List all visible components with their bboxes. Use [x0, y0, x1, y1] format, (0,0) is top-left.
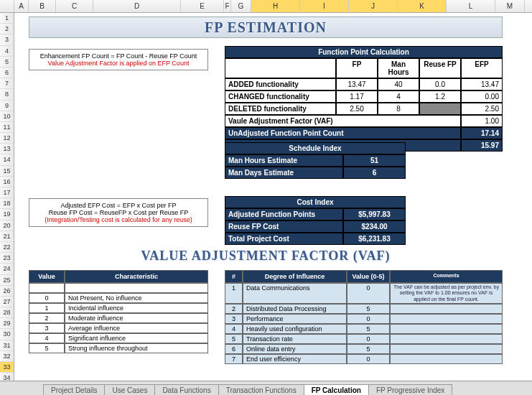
- row-num-26[interactable]: 26: [0, 286, 14, 297]
- tab-project-details[interactable]: Project Details: [43, 384, 105, 395]
- val-row-0: 0Not Present, No influence: [29, 293, 208, 303]
- doi-row-1: 2Distributed Data Processing5: [225, 304, 503, 314]
- col-header-J[interactable]: J: [349, 0, 398, 12]
- tab-use-cases[interactable]: Use Cases: [104, 384, 155, 395]
- row-num-27[interactable]: 27: [0, 297, 14, 307]
- row-num-7[interactable]: 7: [0, 78, 14, 89]
- row-num-21[interactable]: 21: [0, 231, 14, 242]
- row-num-17[interactable]: 17: [0, 187, 14, 198]
- page-title: FP ESTIMATION: [29, 17, 502, 37]
- value-characteristic-table: Value Characteristic 0Not Present, No in…: [29, 270, 208, 353]
- col-header-E[interactable]: E: [181, 0, 224, 12]
- row-num-1[interactable]: 1: [0, 13, 14, 24]
- doi-row-2: 3Performance0: [225, 314, 503, 324]
- row-num-28[interactable]: 28: [0, 307, 14, 318]
- schedule-row-1: Man Days Estimate6: [225, 167, 406, 179]
- cost-row-1: Reuse FP Cost$234.00: [225, 220, 406, 233]
- row-num-2[interactable]: 2: [0, 24, 14, 34]
- val-row-4: 4Significant influence: [29, 333, 208, 343]
- row-num-9[interactable]: 9: [0, 101, 14, 111]
- col-header-L[interactable]: L: [447, 0, 495, 12]
- row-num-31[interactable]: 31: [0, 340, 14, 351]
- schedule-row-0: Man Hours Estimate51: [225, 154, 406, 167]
- row-num-16[interactable]: 16: [0, 177, 14, 187]
- col-header-K[interactable]: K: [398, 0, 447, 12]
- vaf-title: VALUE ADJUSTMENT FACTOR (VAF): [29, 248, 503, 264]
- row-num-32[interactable]: 32: [0, 351, 14, 362]
- doi-row-3: 4Heavily used configuration5: [225, 324, 503, 334]
- fpc-row-2: DELETED functionality2.5082.50: [225, 103, 503, 115]
- col-header-H[interactable]: H: [251, 0, 300, 12]
- tab-transaction-functions[interactable]: Transaction Functions: [218, 384, 304, 395]
- fpc-col-headers: FP Man Hours Reuse FP EFP: [225, 58, 503, 78]
- note2-line2: Reuse FP Cost = ReuseFP x Cost per Reuse…: [34, 209, 203, 216]
- note-box-1: Enhancement FP Count = FP Count - Reuse …: [29, 49, 208, 70]
- row-num-14[interactable]: 14: [0, 154, 14, 165]
- col-header-C[interactable]: C: [56, 0, 93, 12]
- fpc-unadjusted-row: UnAdjusted Function Point Count 17.14: [225, 127, 503, 139]
- doi-row-0: 1Data Communications0The VAF can be adju…: [225, 283, 503, 304]
- col-header-F[interactable]: F: [224, 0, 231, 12]
- val-row-2: 2Moderate influence: [29, 313, 208, 323]
- row-num-24[interactable]: 24: [0, 264, 14, 274]
- row-num-30[interactable]: 30: [0, 329, 14, 340]
- val-headers: Value Characteristic: [29, 270, 208, 283]
- column-headers: ABCDEFGHIJKLM: [0, 0, 532, 13]
- sheet-tabs: Project DetailsUse CasesData FunctionsTr…: [0, 381, 532, 395]
- fpc-vaf-row: Vaule Adjustment Factor (VAF) 1.00: [225, 115, 503, 127]
- doi-row-6: 7End user efficiency0: [225, 354, 503, 364]
- fpc-table: Function Point Calculation FP Man Hours …: [225, 46, 503, 152]
- col-header-A[interactable]: A: [14, 0, 29, 12]
- val-row-1: 1Incidental influence: [29, 303, 208, 313]
- row-num-8[interactable]: 8: [0, 89, 14, 100]
- row-num-23[interactable]: 23: [0, 253, 14, 264]
- row-num-10[interactable]: 10: [0, 111, 14, 122]
- cost-row-0: Adjusted Function Points$5,997.83: [225, 208, 406, 220]
- spreadsheet-area[interactable]: FP ESTIMATION Enhancement FP Count = FP …: [14, 13, 532, 381]
- val-row-3: 3Average influence: [29, 323, 208, 333]
- row-num-33[interactable]: 33: [0, 362, 14, 373]
- note2-line1: Adjusted EFP Cost = EFP x Cost per FP: [34, 202, 203, 209]
- val-blank: [29, 283, 208, 293]
- cost-row-2: Total Project Cost$6,231.83: [225, 233, 406, 245]
- row-num-3[interactable]: 3: [0, 34, 14, 45]
- title-banner: FP ESTIMATION: [29, 17, 503, 38]
- row-numbers: 1234567891011121314151617181920212223242…: [0, 13, 14, 384]
- cost-table: Cost Index Adjusted Function Points$5,99…: [225, 196, 406, 245]
- fpc-row-0: ADDED functionality13.47400.013.47: [225, 78, 503, 90]
- row-num-25[interactable]: 25: [0, 275, 14, 286]
- row-num-15[interactable]: 15: [0, 166, 14, 177]
- row-num-22[interactable]: 22: [0, 242, 14, 253]
- doi-table: # Degree of Influence Value (0-5) Commen…: [225, 270, 503, 364]
- doi-row-5: 6Online data entry5: [225, 344, 503, 354]
- note-box-2: Adjusted EFP Cost = EFP x Cost per FP Re…: [29, 198, 208, 227]
- schedule-table: Schedule Index Man Hours Estimate51Man D…: [225, 142, 406, 179]
- note2-line3: (Integration/Testing cost is calculated …: [34, 216, 203, 223]
- row-num-5[interactable]: 5: [0, 57, 14, 68]
- row-num-13[interactable]: 13: [0, 144, 14, 154]
- fpc-row-1: CHANGED functionality1.1741.20.00: [225, 90, 503, 103]
- row-num-18[interactable]: 18: [0, 198, 14, 209]
- tab-data-functions[interactable]: Data Functions: [154, 384, 218, 395]
- col-header-M[interactable]: M: [495, 0, 525, 12]
- col-header-I[interactable]: I: [300, 0, 349, 12]
- row-num-12[interactable]: 12: [0, 133, 14, 144]
- doi-headers: # Degree of Influence Value (0-5) Commen…: [225, 270, 503, 283]
- col-header-G[interactable]: G: [231, 0, 251, 12]
- tab-fp-progressive-index[interactable]: FP Progressive Index: [368, 384, 452, 395]
- fpc-header: Function Point Calculation: [225, 46, 503, 58]
- row-num-4[interactable]: 4: [0, 46, 14, 57]
- row-num-29[interactable]: 29: [0, 318, 14, 329]
- row-num-6[interactable]: 6: [0, 68, 14, 78]
- note1-line2: Value Adjustment Factor is applied on EF…: [34, 60, 203, 67]
- col-header-B[interactable]: B: [29, 0, 56, 12]
- doi-row-4: 5Transaction rate0: [225, 334, 503, 344]
- row-num-11[interactable]: 11: [0, 122, 14, 133]
- row-num-20[interactable]: 20: [0, 220, 14, 231]
- vaf-banner: VALUE ADJUSTMENT FACTOR (VAF): [29, 248, 503, 264]
- row-num-19[interactable]: 19: [0, 209, 14, 220]
- note1-line1: Enhancement FP Count = FP Count - Reuse …: [34, 52, 203, 60]
- tab-fp-calculation[interactable]: FP Calculation: [304, 384, 369, 395]
- doi-comment: The VAF can be adjusted as per project e…: [390, 283, 503, 304]
- col-header-D[interactable]: D: [93, 0, 181, 12]
